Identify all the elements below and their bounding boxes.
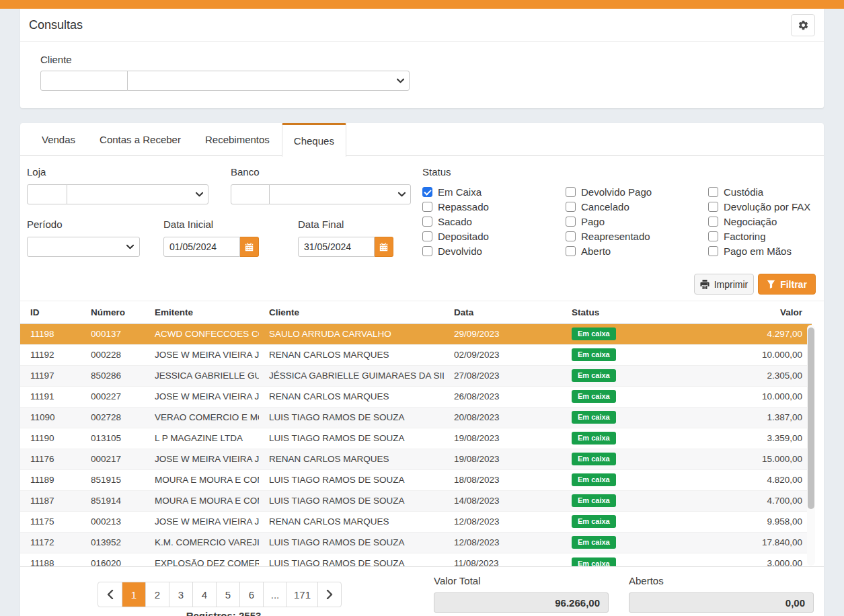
data-inicial-input[interactable] bbox=[163, 237, 240, 257]
tab-contas-a-receber[interactable]: Contas a Receber bbox=[87, 123, 193, 155]
status-option-custodia[interactable]: Custódia bbox=[708, 184, 836, 199]
status-option-pago[interactable]: Pago bbox=[566, 214, 708, 229]
checkbox-icon[interactable] bbox=[422, 231, 432, 241]
pagination-page-5[interactable]: 5 bbox=[216, 582, 239, 607]
status-option-label: Factoring bbox=[724, 231, 766, 242]
status-option-repassado[interactable]: Repassado bbox=[422, 199, 566, 214]
checkbox-checked-icon[interactable] bbox=[422, 187, 432, 197]
table-row[interactable]: 11176000217JOSE W MEIRA VIEIRA JUNIORREN… bbox=[20, 449, 812, 469]
table-scrollbar-thumb[interactable] bbox=[808, 328, 814, 509]
checkbox-icon[interactable] bbox=[708, 246, 718, 256]
cell-data: 11/08/2023 bbox=[444, 553, 562, 566]
checkbox-icon[interactable] bbox=[422, 217, 432, 227]
table-header-row: ID Número Emitente Cliente Data Status V… bbox=[20, 301, 812, 323]
consultas-body: Cliente bbox=[20, 42, 824, 108]
cliente-select[interactable] bbox=[127, 71, 410, 91]
pagination-page-6[interactable]: 6 bbox=[239, 582, 263, 607]
table-row[interactable]: 11197850286JESSICA GABRIELLE GUIMA…JÉSSI… bbox=[20, 365, 812, 386]
data-inicial-calendar-button[interactable] bbox=[240, 237, 259, 257]
pagination-page-171[interactable]: 171 bbox=[286, 582, 317, 607]
status-option-devolvido[interactable]: Devolvido bbox=[422, 243, 566, 258]
status-option-pago-em-maos[interactable]: Pago em Mãos bbox=[708, 243, 836, 258]
pagination-next-button[interactable] bbox=[317, 582, 341, 607]
pagination-ellipsis[interactable]: ... bbox=[263, 582, 286, 607]
page-number: 5 bbox=[225, 589, 231, 601]
table-row[interactable]: 11172013952K.M. COMERCIO VAREJISTA …LUIS… bbox=[20, 532, 812, 553]
status-option-em-caixa[interactable]: Em Caixa bbox=[422, 184, 566, 199]
tab-cheques[interactable]: Cheques bbox=[282, 123, 346, 157]
table-row[interactable]: 11187851914MOURA E MOURA E COM VA…LUIS T… bbox=[20, 490, 812, 511]
cell-id: 11198 bbox=[20, 323, 81, 344]
data-final-calendar-button[interactable] bbox=[375, 237, 393, 257]
pagination-page-3[interactable]: 3 bbox=[169, 582, 192, 607]
table-row[interactable]: 11191000227JOSE W MEIRA VIEIRA JUNIORREN… bbox=[20, 386, 812, 407]
page-number: 2 bbox=[155, 589, 160, 601]
status-option-cancelado[interactable]: Cancelado bbox=[566, 199, 708, 214]
banco-code-input[interactable] bbox=[231, 184, 270, 204]
cell-cliente: RENAN CARLOS MARQUES bbox=[259, 386, 444, 407]
consultas-header: Consultas bbox=[20, 9, 824, 42]
loja-code-input[interactable] bbox=[27, 184, 67, 204]
cell-cliente: LUIS TIAGO RAMOS DE SOUZA bbox=[259, 469, 444, 490]
checkbox-icon[interactable] bbox=[566, 187, 576, 197]
table-row[interactable]: 11175000213JOSE W MEIRA VIEIRA JUNIORREN… bbox=[20, 511, 812, 532]
settings-button[interactable] bbox=[791, 14, 815, 36]
cliente-code-input[interactable] bbox=[40, 71, 128, 91]
checkbox-icon[interactable] bbox=[422, 202, 432, 212]
checkbox-icon[interactable] bbox=[708, 187, 718, 197]
status-option-sacado[interactable]: Sacado bbox=[422, 214, 566, 229]
checkbox-icon[interactable] bbox=[708, 217, 718, 227]
table-row[interactable]: 11090002728VERAO COMERCIO E MODAS…LUIS T… bbox=[20, 407, 812, 428]
status-option-devolucao-por-fax[interactable]: Devolução por FAX bbox=[708, 199, 836, 214]
cell-numero: 013952 bbox=[81, 532, 145, 553]
abertos-label: Abertos bbox=[629, 575, 664, 586]
cell-data: 19/08/2023 bbox=[444, 428, 562, 449]
filtrar-button[interactable]: Filtrar bbox=[758, 274, 816, 295]
periodo-select[interactable] bbox=[27, 237, 140, 257]
checkbox-icon[interactable] bbox=[422, 246, 432, 256]
table-row-selected[interactable]: 11198000137ACWD CONFECCOES COMER…SAULO A… bbox=[20, 323, 812, 344]
cell-cliente: LUIS TIAGO RAMOS DE SOUZA bbox=[259, 490, 444, 511]
table-scrollbar-track[interactable] bbox=[807, 325, 815, 566]
checkbox-icon[interactable] bbox=[708, 231, 718, 241]
cell-id: 11192 bbox=[20, 344, 81, 365]
status-option-reapresentado[interactable]: Reapresentado bbox=[566, 229, 708, 243]
column-header-cliente: Cliente bbox=[259, 301, 444, 323]
pagination-page-2[interactable]: 2 bbox=[145, 582, 169, 607]
loja-select[interactable] bbox=[67, 184, 208, 204]
checkbox-icon[interactable] bbox=[708, 202, 718, 212]
table-row[interactable]: 11189851915MOURA E MOURA E COM VA…LUIS T… bbox=[20, 469, 812, 490]
data-final-input[interactable] bbox=[298, 237, 375, 257]
loja-label: Loja bbox=[27, 166, 46, 178]
checkbox-icon[interactable] bbox=[566, 231, 576, 241]
cell-id: 11197 bbox=[20, 365, 81, 386]
consultas-panel: Consultas Cliente bbox=[20, 9, 824, 108]
table-row[interactable]: 11190013105L P MAGAZINE LTDALUIS TIAGO R… bbox=[20, 428, 812, 449]
status-option-devolvido-pago[interactable]: Devolvido Pago bbox=[566, 184, 708, 199]
banco-select[interactable] bbox=[269, 184, 411, 204]
cell-numero: 002728 bbox=[81, 407, 145, 428]
pagination-page-4[interactable]: 4 bbox=[192, 582, 216, 607]
checkbox-icon[interactable] bbox=[566, 202, 576, 212]
tab-recebimentos[interactable]: Recebimentos bbox=[193, 123, 282, 155]
tab-vendas[interactable]: Vendas bbox=[30, 123, 87, 155]
status-option-depositado[interactable]: Depositado bbox=[422, 229, 566, 243]
cell-status: Em caixa bbox=[562, 344, 649, 365]
cell-valor: 17.840,00 bbox=[649, 532, 812, 553]
pagination-page-1[interactable]: 1 bbox=[122, 582, 145, 607]
pagination-prev-button[interactable] bbox=[98, 582, 122, 607]
cell-cliente: SAULO ARRUDA CARVALHO bbox=[259, 323, 444, 344]
filters-section: Loja Banco Status Em CaixaRepassadoSacad bbox=[20, 156, 824, 301]
cell-status: Em caixa bbox=[562, 553, 649, 566]
page-number: 6 bbox=[249, 589, 254, 601]
status-option-factoring[interactable]: Factoring bbox=[708, 229, 836, 243]
table-row[interactable]: 11192000228JOSE W MEIRA VIEIRA JUNIORREN… bbox=[20, 344, 812, 365]
imprimir-button[interactable]: Imprimir bbox=[694, 274, 754, 295]
cell-emitente: MOURA E MOURA E COM VA… bbox=[145, 490, 259, 511]
table-row[interactable]: 11188016020EXPLOSÃO DEZ COMERCIO…LUIS TI… bbox=[20, 553, 812, 566]
status-option-aberto[interactable]: Aberto bbox=[566, 243, 708, 258]
checkbox-icon[interactable] bbox=[566, 217, 576, 227]
status-option-negociacao[interactable]: Negociação bbox=[708, 214, 836, 229]
checkbox-icon[interactable] bbox=[566, 246, 576, 256]
page-number: 3 bbox=[178, 589, 184, 601]
